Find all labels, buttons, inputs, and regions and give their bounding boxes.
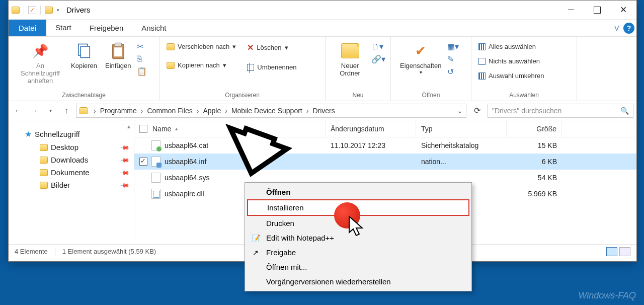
cut-icon[interactable]: ✂ (137, 42, 147, 51)
label: Dokumente (51, 168, 90, 177)
nav-quick-access[interactable]: ★Schnellzugriff (9, 127, 134, 141)
label: Kopieren (71, 62, 97, 69)
new-folder-button[interactable]: Neuer Ordner (331, 40, 369, 79)
svg-rect-1 (80, 46, 90, 58)
crumb[interactable]: Apple (202, 107, 222, 115)
row-checkbox[interactable] (139, 190, 147, 198)
move-to-button[interactable]: Verschieben nach▾ (165, 42, 238, 51)
label: Installieren (267, 203, 304, 212)
file-type: Sicherheitskatalog (416, 141, 507, 149)
history-dropdown[interactable]: ▾ (44, 104, 57, 117)
ctx-edit-notepadpp[interactable]: 📝Edit with Notepad++ (246, 231, 470, 245)
pin-quickaccess-button[interactable]: 📌 An Schnellzugriff anheften (14, 40, 67, 87)
copy-path-icon[interactable]: ⎘ (137, 54, 147, 63)
back-button[interactable]: ← (12, 104, 25, 117)
nav-downloads[interactable]: Downloads📌 (9, 154, 134, 166)
col-size[interactable]: Größe (507, 120, 562, 137)
details-view-button[interactable] (606, 247, 617, 256)
open-icon[interactable]: ▦▾ (447, 42, 459, 51)
paste-shortcut-icon[interactable]: 📋 (137, 66, 147, 76)
file-row[interactable]: usbaapl64.cat 11.10.2017 12:23 Sicherhei… (134, 137, 636, 154)
ctx-prev-versions[interactable]: Vorgängerversionen wiederherstellen (246, 274, 470, 289)
qat-dropdown-icon[interactable]: ▾ (57, 8, 59, 13)
help-icon[interactable]: ? (623, 23, 634, 34)
crumb[interactable]: Programme (99, 107, 138, 115)
properties-qat-icon[interactable]: ✓ (28, 6, 36, 14)
maximize-button[interactable] (584, 1, 610, 20)
row-checkbox[interactable] (139, 141, 147, 149)
item-count: 4 Elemente (15, 248, 48, 255)
select-none-button[interactable]: Nichts auswählen (476, 56, 546, 66)
minimize-button[interactable] (558, 1, 584, 20)
collapse-ribbon-icon[interactable]: ᐯ (614, 24, 619, 32)
navigation-pane: ▲ ★Schnellzugriff Desktop📌 Downloads📌 Do… (9, 120, 134, 244)
tab-share[interactable]: Freigeben (80, 20, 133, 36)
col-date[interactable]: Änderungsdatum (326, 120, 416, 137)
forward-button[interactable]: → (28, 104, 41, 117)
history-icon[interactable]: ↺ (447, 67, 459, 77)
label: Downloads (51, 156, 88, 164)
delete-icon: ✕ (247, 43, 254, 52)
tab-start[interactable]: Start (46, 20, 80, 36)
thumbnails-view-button[interactable] (619, 247, 630, 256)
crumb[interactable]: Common Files (146, 107, 193, 115)
ribbon-group-clipboard: Zwischenablage (9, 92, 159, 101)
copy-button[interactable]: Kopieren (67, 40, 101, 71)
pin-icon: 📌 (31, 42, 49, 60)
nav-documents[interactable]: Dokumente📌 (9, 166, 134, 179)
file-row[interactable]: usbaapl64.inf nation... 6 KB (134, 154, 636, 170)
label: Eigenschaften (400, 62, 441, 69)
search-input[interactable]: "Drivers" durchsuchen 🔍 (488, 104, 633, 118)
label: Neuer Ordner (335, 62, 365, 77)
ribbon-group-organize: Organisieren (159, 92, 325, 101)
notepadpp-icon: 📝 (251, 234, 260, 243)
file-menu[interactable]: Datei (9, 20, 46, 36)
ctx-open[interactable]: Öffnen (246, 185, 470, 199)
ctx-open-with[interactable]: Öffnen mit... (246, 260, 470, 274)
svg-rect-4 (114, 47, 122, 56)
dropdown-icon: ▾ (285, 44, 288, 51)
select-all-checkbox[interactable] (139, 125, 147, 133)
crumb[interactable]: Drivers (311, 107, 336, 115)
crumb[interactable]: Mobile Device Support (230, 107, 303, 115)
breadcrumb[interactable]: › Programme› Common Files› Apple› Mobile… (76, 104, 466, 118)
col-name[interactable]: Name▲ (134, 120, 326, 137)
paste-button[interactable]: Einfügen (101, 40, 135, 71)
ribbon: 📌 An Schnellzugriff anheften Kopieren Ei… (9, 37, 636, 101)
select-all-button[interactable]: Alles auswählen (476, 42, 546, 51)
pin-icon: 📌 (120, 155, 130, 165)
new-folder-icon (341, 42, 359, 60)
address-dropdown-icon[interactable]: ⌄ (457, 107, 463, 115)
titlebar: ✓ ▾ Drivers ✕ (9, 1, 636, 20)
rename-button[interactable]: Umbenennen (245, 62, 298, 72)
label: Öffnen mit... (266, 263, 307, 271)
new-item-icon[interactable]: 🗋▾ (371, 42, 385, 51)
paste-icon (109, 42, 127, 60)
col-type[interactable]: Typ (416, 120, 507, 137)
label: Bilder (51, 181, 70, 189)
edit-icon[interactable]: ✎ (447, 54, 459, 64)
ribbon-group-open: Öffnen (391, 92, 471, 101)
file-name: usbaapl64.sys (165, 174, 210, 182)
ctx-share[interactable]: ↗Freigabe (246, 245, 470, 260)
properties-button[interactable]: ✔ Eigenschaften ▾ (396, 40, 445, 77)
easy-access-icon[interactable]: 🔗▾ (371, 54, 385, 64)
scroll-up-icon[interactable]: ▲ (125, 122, 133, 130)
file-size: 5.969 KB (507, 190, 562, 198)
refresh-button[interactable]: ⟳ (469, 106, 485, 115)
tab-view[interactable]: Ansicht (132, 20, 175, 36)
copy-icon (75, 42, 93, 60)
nav-desktop[interactable]: Desktop📌 (9, 141, 134, 154)
label: An Schnellzugriff anheften (18, 62, 63, 85)
watermark: Windows-FAQ (578, 290, 636, 301)
nav-pictures[interactable]: Bilder📌 (9, 179, 134, 191)
window-controls: ✕ (558, 1, 636, 20)
row-checkbox[interactable] (139, 174, 147, 182)
copy-to-button[interactable]: Kopieren nach▾ (165, 60, 238, 70)
label: Vorgängerversionen wiederherstellen (266, 277, 391, 286)
up-button[interactable]: ↑ (60, 104, 73, 117)
close-button[interactable]: ✕ (610, 1, 636, 20)
delete-button[interactable]: ✕Löschen▾ (245, 42, 298, 53)
row-checkbox[interactable] (139, 158, 147, 166)
invert-selection-button[interactable]: Auswahl umkehren (476, 71, 546, 81)
